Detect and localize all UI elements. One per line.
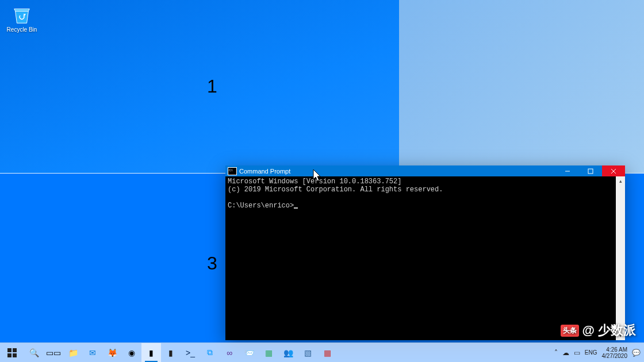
svg-rect-1 xyxy=(588,169,593,174)
powertoys-icon[interactable]: ▦ xyxy=(317,343,337,362)
visual-studio-icon[interactable]: ∞ xyxy=(220,343,239,362)
date-text: 4/27/2020 xyxy=(602,353,628,359)
time-text: 4:26 AM xyxy=(606,346,627,353)
onedrive-icon[interactable]: ☁ xyxy=(562,349,569,357)
recycle-bin[interactable]: Recycle Bin xyxy=(6,3,38,33)
recycle-bin-icon xyxy=(11,3,33,25)
svg-rect-4 xyxy=(7,348,12,352)
vscode-icon[interactable]: ⧉ xyxy=(200,343,220,362)
language-indicator[interactable]: ENG xyxy=(585,349,597,356)
watermark: 头条 @ 少数派 xyxy=(561,322,636,339)
notifications-icon[interactable]: 💬 xyxy=(632,349,641,357)
scrollbar[interactable]: ▴ ▾ xyxy=(616,176,625,340)
cmd-title-icon xyxy=(228,167,237,175)
window-title: Command Prompt xyxy=(239,168,290,175)
file-explorer-icon[interactable]: 📁 xyxy=(63,343,83,362)
tray-chevron-icon[interactable]: ˄ xyxy=(554,349,558,357)
system-tray[interactable]: ˄ ☁ ▭ ENG 4:26 AM 4/27/2020 💬 xyxy=(551,343,644,362)
watermark-badge: 头条 xyxy=(561,325,579,337)
scroll-up-icon[interactable]: ▴ xyxy=(616,176,625,186)
zone-label-1: 1 xyxy=(207,76,217,97)
mouse-cursor xyxy=(313,169,322,183)
task-view-icon[interactable]: ▭▭ xyxy=(44,343,63,362)
svg-rect-6 xyxy=(7,353,12,357)
app2-icon[interactable]: ▧ xyxy=(298,343,317,362)
minimize-button[interactable] xyxy=(556,165,579,176)
cmd-icon[interactable]: ▮ xyxy=(141,343,161,362)
taskbar[interactable]: 🔍▭▭📁✉🦊◉▮▮>_⧉∞📨▦👥▧▦ ˄ ☁ ▭ ENG 4:26 AM 4/2… xyxy=(0,342,644,362)
mail-icon[interactable]: ✉ xyxy=(83,343,102,362)
battery-icon[interactable]: ▭ xyxy=(574,349,580,357)
svg-rect-5 xyxy=(13,348,17,352)
command-prompt-window[interactable]: Command Prompt Microsoft Windows [Versio… xyxy=(225,165,625,340)
search-icon[interactable]: 🔍 xyxy=(24,343,44,362)
maximize-button[interactable] xyxy=(579,165,602,176)
titlebar[interactable]: Command Prompt xyxy=(225,165,625,176)
clock[interactable]: 4:26 AM 4/27/2020 xyxy=(602,346,628,359)
zone-label-3: 3 xyxy=(207,253,217,274)
svg-rect-7 xyxy=(13,353,17,357)
terminal-output[interactable]: Microsoft Windows [Version 10.0.18363.75… xyxy=(225,176,625,340)
text-cursor xyxy=(294,207,298,209)
app-icon[interactable]: ▦ xyxy=(259,343,278,362)
terminal-icon[interactable]: ▮ xyxy=(161,343,181,362)
outlook-icon[interactable]: 📨 xyxy=(239,343,259,362)
recycle-bin-label: Recycle Bin xyxy=(6,26,38,33)
firefox-icon[interactable]: 🦊 xyxy=(102,343,122,362)
chrome-icon[interactable]: ◉ xyxy=(122,343,141,362)
close-button[interactable] xyxy=(602,165,625,176)
teams-icon[interactable]: 👥 xyxy=(278,343,298,362)
start-button[interactable] xyxy=(0,343,24,362)
powershell-icon[interactable]: >_ xyxy=(181,343,200,362)
